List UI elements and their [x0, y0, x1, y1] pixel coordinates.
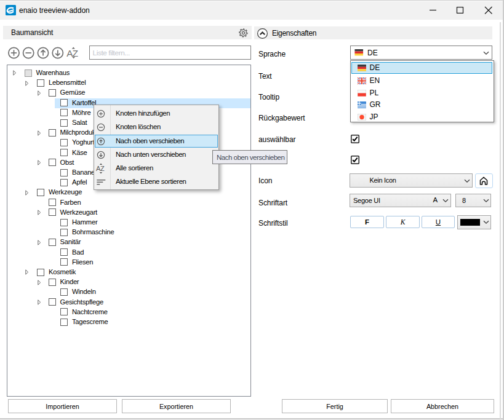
svg-text:AZ: AZ [96, 165, 105, 172]
